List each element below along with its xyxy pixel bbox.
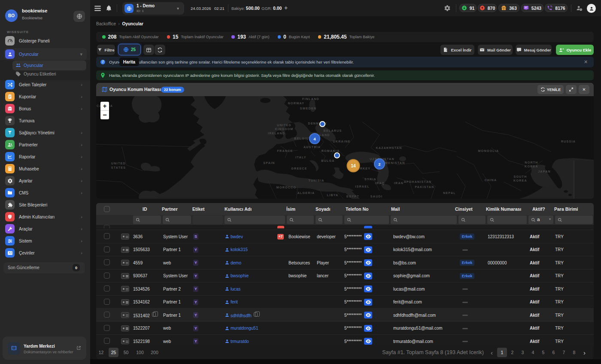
svg-text:IRAQ: IRAQ [375,182,385,185]
svg-text:CHINA: CHINA [485,179,497,182]
svg-text:MOROCCO: MOROCCO [276,186,296,189]
svg-text:KINGDOM: KINGDOM [275,127,294,130]
svg-text:EGYPT: EGYPT [346,195,359,198]
svg-text:SPAIN: SPAIN [263,161,275,164]
svg-text:GREECE: GREECE [291,167,307,170]
svg-text:IRAN: IRAN [394,182,404,185]
svg-text:KAZAKHSTAN: KAZAKHSTAN [376,146,402,149]
svg-text:A: A [9,252,10,254]
svg-text:AUSTRIA: AUSTRIA [304,146,321,149]
svg-text:AFGHANISTAN: AFGHANISTAN [404,180,432,183]
svg-text:ROMANIA: ROMANIA [322,149,340,152]
svg-text:NORTH: NORTH [525,161,538,164]
svg-text:IRELAND: IRELAND [268,132,285,135]
svg-text:ALGERIA: ALGERIA [297,191,315,194]
svg-text:UNITED: UNITED [277,124,291,127]
svg-text:ITALY: ITALY [295,156,307,159]
svg-text:NEPAL: NEPAL [443,191,456,194]
svg-text:TUNISIA: TUNISIA [308,179,324,182]
svg-text:BULGA: BULGA [321,159,334,162]
svg-text:BELARUS: BELARUS [324,129,342,132]
svg-text:JAPAN: JAPAN [538,170,551,173]
svg-text:KOREA: KOREA [513,179,527,182]
svg-text:SOUTH: SOUTH [514,175,527,178]
svg-text:KOREA: KOREA [525,165,538,168]
svg-text:SYRIA: SYRIA [364,178,376,181]
svg-text:4: 4 [313,136,316,141]
svg-text:FINLAND: FINLAND [302,97,319,100]
svg-text:MONGOLIA: MONGOLIA [478,149,499,152]
svg-text:UNITED: UNITED [111,162,126,165]
svg-text:2: 2 [378,162,380,167]
svg-text:STATES: STATES [111,166,126,169]
svg-text:NORWAY: NORWAY [288,102,305,105]
svg-text:ISRAEL: ISRAEL [355,185,369,188]
svg-text:RUSSIA: RUSSIA [561,140,576,143]
svg-text:PAKISTAN: PAKISTAN [415,185,434,188]
svg-text:UKRAINE: UKRAINE [333,140,351,143]
svg-text:SAUDI: SAUDI [370,195,382,198]
svg-text:14: 14 [351,164,356,168]
svg-text:FRANCE: FRANCE [277,149,293,152]
svg-text:LIBYA: LIBYA [327,194,339,197]
svg-text:SWEDEN: SWEDEN [300,107,317,110]
